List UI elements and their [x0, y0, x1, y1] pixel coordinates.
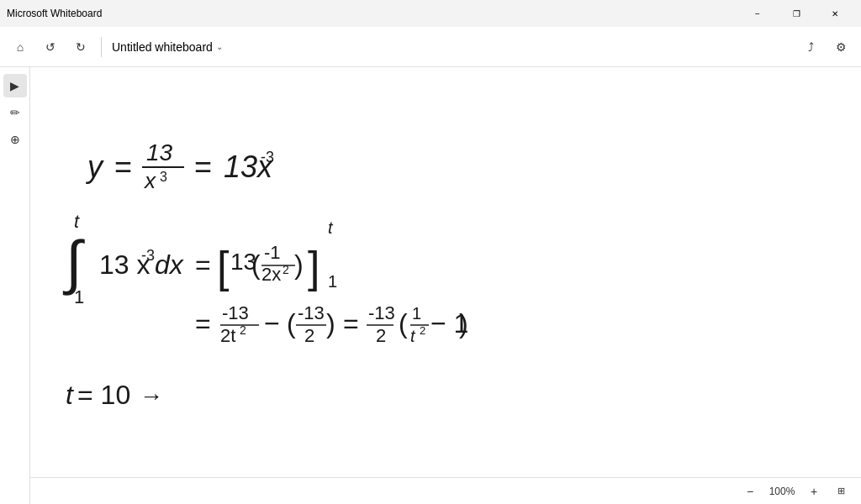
app-toolbar: ⌂ ↺ ↻ Untitled whiteboard ⌄ ⤴ ⚙ — [0, 27, 861, 67]
svg-text:2: 2 — [376, 325, 386, 346]
zoom-bar: − 100% + ⊞ — [30, 477, 861, 504]
svg-text:=: = — [195, 249, 211, 280]
svg-text:=: = — [194, 150, 212, 184]
svg-text:t: t — [66, 380, 74, 410]
svg-text:2: 2 — [420, 324, 425, 337]
svg-text:1: 1 — [74, 286, 84, 307]
svg-text:x: x — [143, 168, 156, 193]
pen-tool-button[interactable]: ✏ — [3, 101, 27, 124]
svg-text:): ) — [326, 308, 335, 339]
svg-text:=: = — [195, 308, 211, 339]
svg-text:-13: -13 — [368, 302, 395, 323]
settings-button[interactable]: ⚙ — [827, 34, 854, 60]
svg-text:2x: 2x — [261, 264, 281, 285]
zoom-in-button[interactable]: + — [804, 481, 824, 501]
math-content: y = 13 x 3 = 13x -3 ∫ t 1 13 x -3 — [30, 67, 861, 504]
restore-button[interactable]: ❐ — [777, 0, 816, 27]
document-title[interactable]: Untitled whiteboard — [112, 40, 213, 54]
svg-text:-3: -3 — [141, 247, 155, 264]
undo-button[interactable]: ↺ — [37, 34, 64, 60]
home-button[interactable]: ⌂ — [7, 34, 34, 60]
titlebar: Microsoft Whiteboard − ❐ ✕ — [0, 0, 861, 27]
svg-text:1: 1 — [328, 272, 337, 291]
zoom-out-button[interactable]: − — [740, 481, 760, 501]
svg-text:[: [ — [217, 243, 230, 291]
svg-text:): ) — [294, 249, 304, 280]
svg-text:(: ( — [287, 308, 296, 339]
svg-text:-13: -13 — [298, 302, 325, 323]
svg-text:= 10: = 10 — [77, 380, 130, 410]
svg-text:13: 13 — [146, 139, 173, 165]
svg-text:]: ] — [308, 243, 320, 291]
tool-panel: ▶ ✏ ⊕ — [0, 67, 30, 504]
svg-text:(: ( — [399, 308, 408, 339]
app-title: Microsoft Whiteboard — [7, 8, 738, 19]
svg-text:3: 3 — [160, 170, 167, 184]
svg-text:−: − — [264, 308, 280, 339]
svg-text:2: 2 — [240, 323, 246, 337]
svg-text:=: = — [114, 150, 132, 184]
svg-text:2: 2 — [304, 325, 314, 346]
share-button[interactable]: ⤴ — [797, 34, 824, 60]
add-tool-button[interactable]: ⊕ — [3, 128, 27, 151]
toolbar-divider — [101, 37, 102, 57]
svg-text:y: y — [85, 150, 104, 184]
select-tool-button[interactable]: ▶ — [3, 74, 27, 97]
chevron-down-icon[interactable]: ⌄ — [216, 42, 223, 51]
redo-button[interactable]: ↻ — [67, 34, 94, 60]
whiteboard-canvas[interactable]: y = 13 x 3 = 13x -3 ∫ t 1 13 x -3 — [30, 67, 861, 504]
zoom-level-display: 100% — [767, 486, 797, 497]
svg-text:t: t — [328, 218, 334, 237]
svg-text:1: 1 — [412, 304, 421, 323]
svg-text:): ) — [459, 308, 468, 339]
svg-text:dx: dx — [155, 249, 184, 280]
document-title-area[interactable]: Untitled whiteboard ⌄ — [112, 40, 223, 54]
svg-text:-13: -13 — [222, 302, 249, 323]
svg-text:t: t — [74, 211, 80, 232]
svg-text:→: → — [140, 383, 163, 409]
fit-to-screen-button[interactable]: ⊞ — [831, 481, 851, 501]
svg-text:2: 2 — [283, 263, 289, 276]
svg-text:2t: 2t — [220, 325, 235, 346]
svg-text:t: t — [410, 327, 416, 345]
svg-text:=: = — [343, 308, 359, 339]
svg-text:-3: -3 — [261, 149, 274, 165]
minimize-button[interactable]: − — [738, 0, 777, 27]
close-button[interactable]: ✕ — [816, 0, 854, 27]
svg-text:-1: -1 — [264, 242, 281, 263]
main-area: ▶ ✏ ⊕ y = 13 x 3 = 13x -3 ∫ — [0, 67, 861, 504]
svg-text:(: ( — [251, 249, 261, 280]
